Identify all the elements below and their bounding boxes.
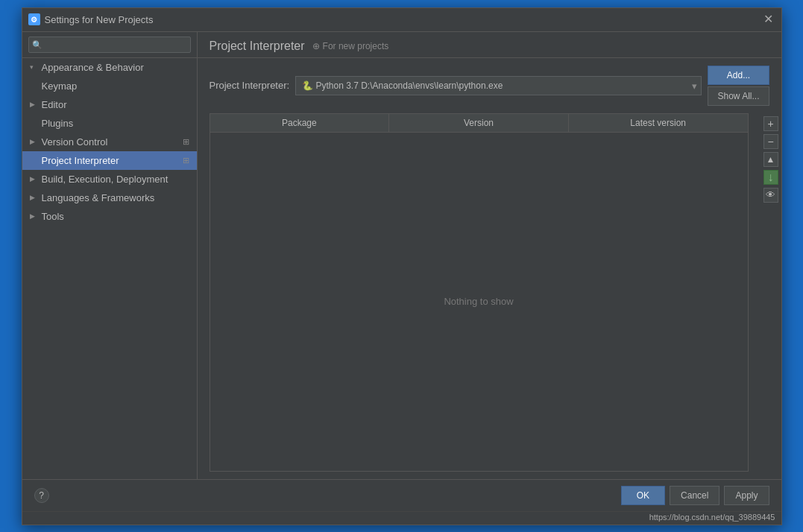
install-package-button[interactable]: ↓ [763,170,778,185]
sidebar-item-keymap[interactable]: Keymap [22,77,197,95]
sidebar-item-label: Build, Execution, Deployment [42,174,169,185]
show-all-button[interactable]: Show All... [708,86,769,106]
sidebar: ▾ Appearance & Behavior Keymap ▶ Editor … [22,32,198,479]
content-title: Project Interpreter ⊕ For new projects [210,39,769,53]
apply-button[interactable]: Apply [724,486,769,505]
sidebar-item-label: Keymap [42,80,78,92]
footer-buttons: OK Cancel Apply [621,486,769,505]
eye-button[interactable]: 👁 [763,188,778,203]
sidebar-item-tools[interactable]: ▶ Tools [22,207,197,226]
close-button[interactable]: ✕ [762,13,775,26]
interpreter-label: Project Interpreter: [210,80,290,91]
tab-text: For new projects [323,41,389,51]
sidebar-item-version-control[interactable]: ▶ Version Control ⊞ [22,133,197,151]
sidebar-item-label: Languages & Frameworks [42,192,155,203]
title-bar: ⚙ Settings for New Projects ✕ [22,8,781,32]
content-area: Project Interpreter ⊕ For new projects P… [198,32,781,479]
tab-icon: ⊕ [312,41,320,51]
help-button[interactable]: ? [34,488,49,503]
settings-icon: ⊞ [183,156,189,165]
watermark-text: https://blog.csdn.net/qq_39889445 [649,513,775,522]
sidebar-item-plugins[interactable]: Plugins [22,114,197,133]
sidebar-item-project-interpreter[interactable]: Project Interpreter ⊞ [22,151,197,170]
interpreter-row: Project Interpreter: 🐍 Python 3.7 D:\Ana… [198,58,781,113]
search-box [22,32,197,58]
sidebar-item-label: Project Interpreter [42,155,119,166]
ok-button[interactable]: OK [621,486,665,505]
expand-arrow-icon: ▶ [30,138,37,145]
sidebar-item-label: Editor [42,99,67,110]
col-version: Version [389,114,569,132]
add-interpreter-button[interactable]: Add... [708,66,769,85]
sidebar-item-label: Appearance & Behavior [42,62,144,73]
packages-container: Package Version Latest version Nothing t… [198,113,781,479]
packages-area: Package Version Latest version Nothing t… [210,113,749,472]
footer-help: ? [34,488,49,503]
expand-arrow-icon: ▾ [30,63,37,71]
col-package: Package [210,114,390,132]
sidebar-item-label: Tools [42,211,64,222]
sidebar-item-languages[interactable]: ▶ Languages & Frameworks [22,189,197,207]
app-icon: ⚙ [28,13,40,25]
title-bar-left: ⚙ Settings for New Projects [28,13,154,25]
settings-icon: ⊞ [183,137,189,147]
page-title: Project Interpreter [210,39,305,53]
packages-body: Nothing to show [210,133,748,471]
sidebar-item-label: Version Control [42,136,108,148]
sidebar-item-editor[interactable]: ▶ Editor [22,95,197,114]
add-package-button[interactable]: + [763,116,778,131]
sidebar-item-build[interactable]: ▶ Build, Execution, Deployment [22,170,197,189]
expand-arrow-icon: ▶ [30,212,37,220]
empty-text: Nothing to show [444,296,513,307]
expand-arrow-icon: ▶ [30,194,37,201]
dialog-footer: ? OK Cancel Apply [22,479,781,511]
sidebar-item-appearance[interactable]: ▾ Appearance & Behavior [22,58,197,77]
interpreter-select[interactable]: 🐍 Python 3.7 D:\Anaconda\envs\learn\pyth… [295,76,702,95]
search-input[interactable] [28,37,191,53]
packages-header: Package Version Latest version [210,114,748,133]
content-header: Project Interpreter ⊕ For new projects [198,32,781,58]
settings-dialog: ⚙ Settings for New Projects ✕ ▾ Appearan… [22,7,782,525]
right-actions: + − ▲ ↓ 👁 [761,113,781,479]
sidebar-item-label: Plugins [42,118,74,129]
up-package-button[interactable]: ▲ [763,152,778,167]
tab-label: ⊕ For new projects [312,41,389,51]
expand-arrow-icon: ▶ [30,101,37,108]
remove-package-button[interactable]: − [763,134,778,149]
col-latest: Latest version [569,114,748,132]
expand-arrow-icon: ▶ [30,175,37,183]
interpreter-btn-group: Add... Show All... [708,66,769,106]
interpreter-select-wrapper: 🐍 Python 3.7 D:\Anaconda\envs\learn\pyth… [295,76,702,95]
search-wrapper [28,37,191,53]
dialog-title: Settings for New Projects [45,14,154,25]
main-content: ▾ Appearance & Behavior Keymap ▶ Editor … [22,32,781,479]
cancel-button[interactable]: Cancel [670,486,719,505]
